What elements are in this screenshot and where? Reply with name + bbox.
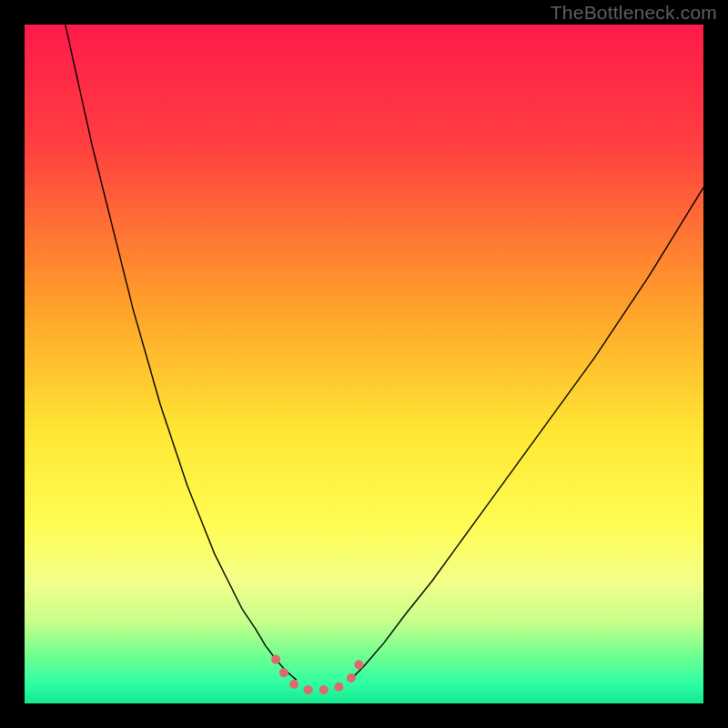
outer-frame: TheBottleneck.com	[0, 0, 728, 728]
plot-area	[25, 25, 703, 703]
gradient-background	[25, 25, 703, 703]
watermark-text: TheBottleneck.com	[551, 2, 717, 24]
plot-svg	[25, 25, 703, 703]
